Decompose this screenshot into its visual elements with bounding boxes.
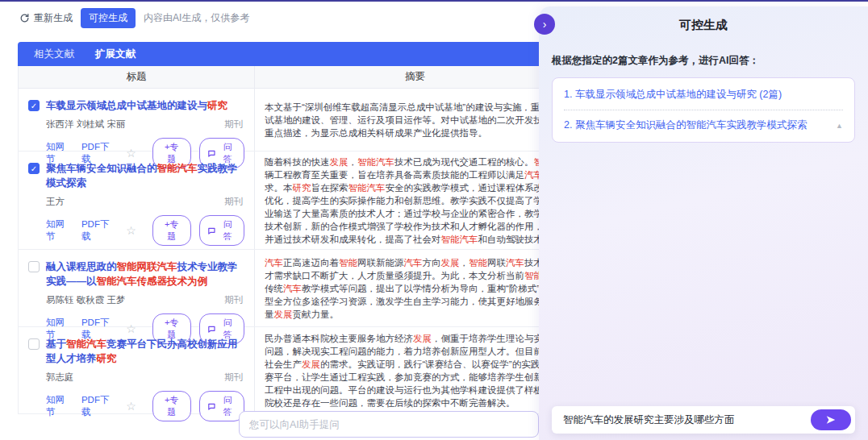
star-icon[interactable]: ☆ bbox=[126, 401, 136, 412]
abstract-line: 量发展贡献力量。 bbox=[265, 308, 565, 321]
table-header: 标题 摘要 bbox=[18, 66, 576, 89]
paper-title-link[interactable]: 聚焦车辆安全知识融合的智能汽车实践教学模式探索 bbox=[46, 161, 244, 190]
highlight-keyword: 研究 bbox=[207, 100, 227, 111]
pdf-download-link[interactable]: PDF下载 bbox=[81, 218, 118, 243]
paper-title-link[interactable]: 融入课程思政的智能网联汽车技术专业教学实践——以智能汽车传感器技术为例 bbox=[46, 259, 244, 288]
text-segment: 教学模式等问题，提出了以学情分析为导向，重构“阶梯式”模块化课程，构 bbox=[302, 284, 575, 293]
abstract-line: 求。本研究旨在探索智能汽车安全的实践教学模式，通过课程体系改革、实验教学创新及 bbox=[265, 181, 565, 194]
panel-title: 可控生成 bbox=[539, 18, 868, 33]
abstract-line: 随着科技的快速发展，智能汽车技术已成为现代交通工程的核心。智能车辆安全的实践 bbox=[265, 156, 565, 168]
tab-related-literature[interactable]: 相关文献 bbox=[34, 48, 74, 61]
paper-meta: 郭志庭期刊 bbox=[46, 372, 243, 384]
text-segment: ， bbox=[460, 258, 469, 268]
cnki-link[interactable]: 知网节 bbox=[46, 394, 73, 418]
qa-button[interactable]: 问答 bbox=[199, 215, 244, 246]
paper-abstract: 随着科技的快速发展，智能汽车技术已成为现代交通工程的核心。智能车辆安全的实践辆工… bbox=[255, 152, 575, 249]
paper-title-cell: 融入课程思政的智能网联汽车技术专业教学实践——以智能汽车传感器技术为例易陈钰 敬… bbox=[19, 250, 255, 326]
abstract-line: 问题，解决现实工程问题的能力，着力培养创新应用型人才。但目前传统的教育模式已 bbox=[265, 345, 565, 358]
panel-query-input[interactable] bbox=[561, 413, 811, 426]
text-segment: 车载显示领域总成中试基地的建设与 bbox=[46, 100, 207, 111]
ai-disclaimer: 内容由AI生成，仅供参考 bbox=[144, 11, 249, 25]
add-topic-button[interactable]: +专题 bbox=[152, 391, 191, 421]
paper-title-cell: 基于智能汽车竞赛平台下民办高校创新应用型人才培养研究郭志庭期刊知网节PDF下载☆… bbox=[19, 327, 255, 413]
paper-actions: 知网节PDF下载☆+专题问答 bbox=[46, 391, 244, 421]
abstract-line: 技术创新，新的合作模式增强了学校作为技术和人才孵化器的作用，推动了地方经济的发 bbox=[265, 220, 565, 233]
highlight-keyword: 发展 bbox=[441, 258, 460, 268]
triangle-up-icon[interactable]: ▲ bbox=[836, 122, 843, 130]
highlight-keyword: 研究 bbox=[97, 353, 117, 364]
star-icon[interactable]: ☆ bbox=[126, 225, 136, 236]
cnki-link[interactable]: 知网节 bbox=[46, 218, 73, 243]
column-header-abstract: 摘要 bbox=[255, 66, 575, 88]
text-segment: 旨在探索 bbox=[311, 183, 348, 193]
text-segment: 的需求。实践证明，践行“课赛结合、以赛促学”的实践育人体系，搭建 bbox=[320, 359, 575, 369]
row-checkbox[interactable] bbox=[28, 338, 40, 350]
regenerate-button[interactable]: 重新生成 bbox=[19, 11, 73, 25]
paper-abstract: 汽车正高速迈向着智能网联新能源汽车方向发展，智能网联汽车技术专业应运而生，智能网… bbox=[255, 250, 575, 326]
text-segment: 网联新能源 bbox=[357, 258, 404, 268]
add-topic-button[interactable]: +专题 bbox=[152, 215, 191, 246]
pdf-download-link[interactable]: PDF下载 bbox=[81, 394, 118, 418]
table-row: 融入课程思政的智能网联汽车技术专业教学实践——以智能汽车传感器技术为例易陈钰 敬… bbox=[18, 250, 576, 327]
text-segment: 正高速迈向着 bbox=[283, 258, 339, 268]
send-button[interactable] bbox=[811, 409, 851, 430]
text-segment: 社会生产 bbox=[265, 359, 302, 369]
text-segment: 求。本 bbox=[265, 183, 293, 193]
tab-expanded-literature[interactable]: 扩展文献 bbox=[95, 48, 136, 61]
panel-collapse-button[interactable]: › bbox=[534, 14, 555, 35]
table-tabs: 相关文献 扩展文献 bbox=[18, 42, 576, 66]
panel-query-box bbox=[552, 406, 855, 434]
row-checkbox[interactable]: ✓ bbox=[28, 100, 40, 111]
chat-bubble-icon bbox=[207, 226, 216, 235]
regenerate-label: 重新生成 bbox=[34, 11, 73, 25]
assistant-question-input[interactable] bbox=[239, 411, 539, 438]
paper-title-cell: ✓聚焦车辆安全知识融合的智能汽车实践教学模式探索王方期刊知网节PDF下载☆+专题… bbox=[19, 152, 255, 249]
text-segment: 赛平台，让学生通过工程实践，参加竞赛的方式，能够培养学生创新应用能力，切实解 bbox=[265, 372, 575, 382]
paper-abstract: 本文基于“深圳创维车载超高清显示总成中试基地”的建设与实施，重点讨论车载显示总试… bbox=[255, 89, 575, 151]
qa-button-label: 问答 bbox=[219, 218, 236, 243]
controllable-generate-button[interactable]: 可控生成 bbox=[81, 8, 136, 28]
text-segment: 量 bbox=[265, 309, 274, 319]
column-header-title: 标题 bbox=[19, 66, 255, 88]
paper-title-link[interactable]: 基于智能汽车竞赛平台下民办高校创新应用型人才培养研究 bbox=[46, 337, 244, 366]
abstract-line: 汽车正高速迈向着智能网联新能源汽车方向发展，智能网联汽车技术专业应运而生，智能网 bbox=[265, 256, 565, 269]
abstract-line: 并通过技术研发和成果转化，提高了社会对智能汽车和自动驾驶技术的接受度。 bbox=[265, 233, 565, 246]
panel-instruction: 根据您指定的2篇文章作为参考，进行AI回答： bbox=[552, 54, 855, 68]
row-checkbox[interactable]: ✓ bbox=[28, 163, 40, 174]
text-segment: 技术已成为现代交通工程的核心。 bbox=[394, 157, 534, 167]
text-segment: 问题，解决现实工程问题的能力，着力培养创新应用型人才。但目前传统的教育模式已 bbox=[265, 347, 575, 356]
highlight-keyword: 汽车 bbox=[506, 258, 524, 268]
controllable-generation-panel: › 可控生成 根据您指定的2篇文章作为参考，进行AI回答： 1. 车载显示领域总… bbox=[539, 6, 868, 440]
highlight-keyword: 汽车 bbox=[404, 258, 423, 268]
reference-card: 1. 车载显示领域总成中试基地的建设与研究 (2篇) 2. 聚焦车辆安全知识融合… bbox=[552, 77, 855, 143]
toolbar: 重新生成 可控生成 内容由AI生成，仅供参考 bbox=[19, 8, 249, 28]
paper-meta: 易陈钰 敬秋霞 王梦期刊 bbox=[46, 294, 243, 306]
reference-item-1[interactable]: 1. 车载显示领域总成中试基地的建设与研究 (2篇) bbox=[564, 88, 843, 102]
highlight-keyword: 智能汽车 bbox=[66, 338, 106, 350]
paper-source-badge: 期刊 bbox=[224, 372, 243, 384]
table-body: ✓车载显示领域总成中试基地的建设与研究张西洋 刘桂斌 宋丽期刊知网节PDF下载☆… bbox=[18, 89, 576, 414]
highlight-keyword: 智能 bbox=[339, 258, 357, 268]
abstract-line: 业输送了大量高素质的技术人才；通过学校与企业的紧密合作，教学改革促进了地方经济 bbox=[265, 207, 565, 220]
abstract-line: 赛平台，让学生通过工程实践，参加竞赛的方式，能够培养学生创新应用能力，切实解 bbox=[265, 371, 565, 384]
reference-item-2[interactable]: 2. 聚焦车辆安全知识融合的智能汽车实践教学模式探索 ▲ bbox=[564, 118, 843, 132]
qa-button[interactable]: 问答 bbox=[199, 391, 244, 421]
title-line: 融入课程思政的智能网联汽车技术专业教学实践——以智能汽车传感器技术为例 bbox=[28, 259, 244, 288]
text-segment: 技术创新，新的合作模式增强了学校作为技术和人才孵化器的作用，推动了地方经济的发 bbox=[265, 222, 575, 231]
abstract-line: 本文基于“深圳创维车载超高清显示总成中试基地”的建设与实施，重点讨论车载显示总 bbox=[265, 101, 565, 114]
row-checkbox[interactable] bbox=[28, 261, 40, 272]
text-segment: 优化，提高学生的实际操作能力和创新思维。教学实践不仅提高了学生的就业率，也为 bbox=[265, 196, 575, 205]
abstract-line: 才需求缺口不断扩大，人才质量亟须提升。为此，本文分析当前智能网联汽车教学参差不 bbox=[265, 269, 565, 282]
abstract-line: 型全方位多途径学习资源，激发学生自主学习能力，使其更好地服务新质生产力，为现 bbox=[265, 295, 565, 308]
abstract-line: 院校还是存在一些问题，需要在后续的探索中不断完善解决。 bbox=[265, 396, 565, 409]
paper-title-cell: ✓车载显示领域总成中试基地的建设与研究张西洋 刘桂斌 宋丽期刊知网节PDF下载☆… bbox=[19, 89, 255, 151]
highlight-keyword: 智能汽车 bbox=[357, 157, 394, 167]
highlight-keyword: 发展 bbox=[413, 334, 432, 343]
paper-authors: 张西洋 刘桂斌 宋丽 bbox=[46, 118, 125, 131]
text-segment: 传统 bbox=[265, 284, 283, 293]
text-segment: ， bbox=[348, 157, 358, 167]
paper-title-link[interactable]: 车载显示领域总成中试基地的建设与研究 bbox=[46, 98, 227, 113]
text-segment: 网联 bbox=[487, 258, 506, 268]
paper-authors: 王方 bbox=[46, 196, 65, 208]
chat-bubble-icon bbox=[207, 402, 216, 411]
